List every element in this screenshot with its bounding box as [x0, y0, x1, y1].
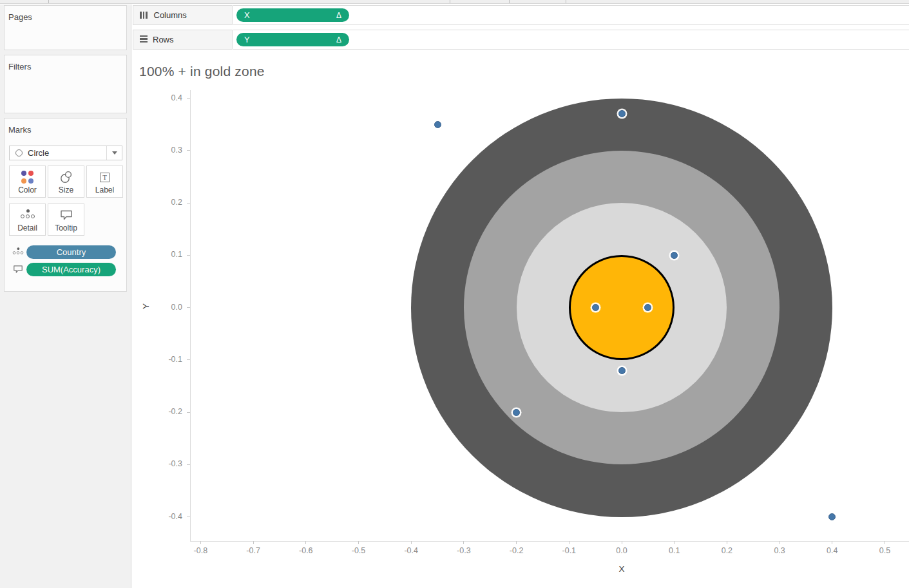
x-tick — [253, 541, 254, 544]
x-tick — [305, 541, 306, 544]
y-tick — [187, 98, 190, 99]
x-tick — [463, 541, 464, 544]
x-tick — [516, 541, 517, 544]
y-tick-label: -0.4 — [148, 512, 182, 521]
y-tick — [187, 464, 190, 465]
zero-reference-line — [832, 308, 909, 308]
y-tick — [187, 150, 190, 151]
x-tick-label: -0.3 — [450, 546, 478, 555]
y-tick — [187, 412, 190, 413]
x-tick — [727, 541, 727, 544]
zero-reference-line — [190, 308, 411, 308]
y-tick-label: 0.1 — [148, 250, 182, 259]
y-tick-label: 0.3 — [148, 146, 182, 155]
x-tick-label: -0.2 — [502, 546, 531, 555]
y-tick — [187, 255, 190, 256]
x-axis-title: X — [609, 564, 635, 574]
y-axis-line — [190, 90, 191, 541]
x-tick-label: 0.0 — [608, 546, 636, 555]
x-tick — [622, 541, 622, 544]
x-tick-label: 0.5 — [871, 546, 899, 555]
x-tick-label: 0.2 — [713, 546, 741, 555]
x-axis-line — [190, 541, 909, 542]
y-tick — [187, 359, 190, 360]
y-tick-label: -0.1 — [148, 355, 182, 364]
data-point[interactable] — [592, 304, 599, 311]
x-tick — [569, 541, 569, 544]
bullseye-scatter-chart: X Y -0.8-0.7-0.6-0.5-0.4-0.3-0.2-0.10.00… — [0, 0, 909, 588]
zero-reference-line — [622, 90, 622, 99]
x-tick-label: -0.1 — [555, 546, 583, 555]
data-point[interactable] — [513, 409, 520, 416]
y-tick-label: -0.3 — [148, 459, 182, 468]
y-tick-label: 0.4 — [148, 93, 182, 102]
y-tick — [187, 203, 190, 204]
y-tick-label: 0.0 — [148, 303, 182, 312]
zero-reference-line — [622, 517, 622, 542]
data-point[interactable] — [618, 367, 626, 374]
x-tick-label: -0.5 — [345, 546, 373, 555]
x-tick — [780, 541, 780, 544]
x-tick — [832, 541, 832, 544]
x-tick-label: 0.3 — [765, 546, 794, 555]
data-point[interactable] — [434, 121, 441, 128]
zero-reference-line — [622, 99, 622, 517]
y-tick-label: 0.2 — [148, 198, 182, 207]
x-tick — [674, 541, 675, 544]
y-tick — [187, 517, 190, 517]
x-tick — [411, 541, 412, 544]
x-tick-label: -0.6 — [292, 546, 320, 555]
data-point[interactable] — [671, 252, 678, 259]
data-point[interactable] — [618, 110, 626, 117]
x-tick — [885, 541, 885, 544]
x-tick-label: 0.4 — [818, 546, 847, 555]
x-tick-label: -0.8 — [186, 546, 215, 555]
x-tick-label: 0.1 — [660, 546, 689, 555]
x-tick — [358, 541, 359, 544]
y-tick-label: -0.2 — [148, 407, 182, 416]
y-tick — [187, 307, 190, 308]
x-tick-label: -0.4 — [397, 546, 425, 555]
data-point[interactable] — [828, 513, 836, 520]
x-tick — [200, 541, 201, 544]
x-tick-label: -0.7 — [239, 546, 267, 555]
